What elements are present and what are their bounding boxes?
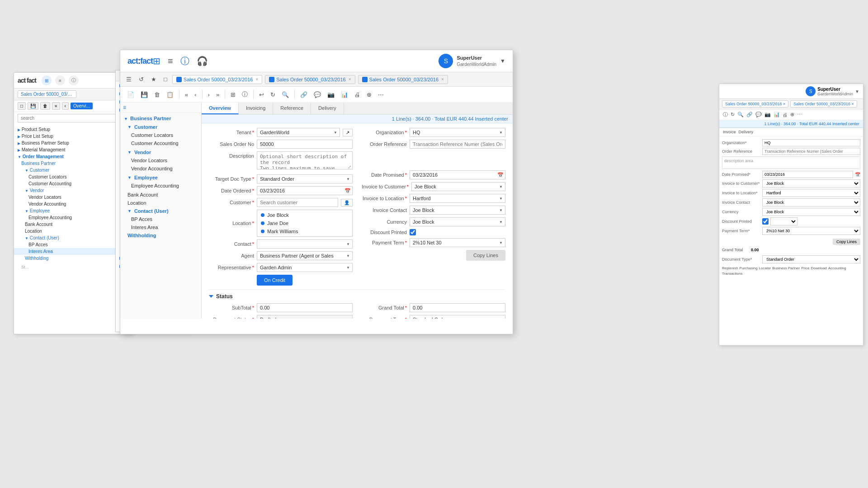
representative-select[interactable]: Garden Admin: [257, 263, 353, 272]
payment-term-select[interactable]: 2%10 Net 30: [410, 238, 505, 247]
invoice-contact-select[interactable]: Joe Block: [410, 206, 505, 215]
sidebar-customer-accounting[interactable]: Customer Accounting: [120, 139, 201, 147]
tab-bar-layout[interactable]: □: [161, 75, 170, 84]
main-tab-1[interactable]: Sales Order 50000_03/23/2016 ×: [172, 75, 262, 84]
tab-3-close[interactable]: ×: [441, 77, 444, 82]
subtab-reference[interactable]: Reference: [273, 103, 311, 114]
sidebar-location[interactable]: Location: [120, 199, 201, 207]
grand-total-input[interactable]: [410, 303, 505, 312]
bg-tb-new[interactable]: □: [18, 102, 26, 110]
rbw-tab-so-1[interactable]: Sales Order 50000_03/23/2016 ×: [722, 100, 788, 108]
bg-menu-icon[interactable]: ≡: [55, 75, 65, 85]
tab-1-close[interactable]: ×: [255, 77, 258, 82]
rbw-bt-bp[interactable]: Business Partner: [772, 266, 800, 270]
tenant-btn[interactable]: ↗: [343, 129, 353, 136]
customer-search-btn[interactable]: 👤: [341, 199, 353, 206]
bg-overview-btn[interactable]: Overvi...: [71, 103, 93, 109]
rbw-dropdown-arrow[interactable]: ▼: [855, 89, 859, 94]
sidebar-interes-area[interactable]: Interes Area: [120, 223, 201, 231]
rbw-payment-select[interactable]: 2%10 Net 30: [762, 227, 860, 235]
sidebar-vendor-accounting[interactable]: Vendor Accounting: [120, 164, 201, 173]
status-expand-icon[interactable]: [209, 295, 213, 298]
rbw-org-input[interactable]: [762, 139, 860, 146]
tb-camera[interactable]: 📷: [325, 90, 337, 99]
rbw-copy-lines-btn[interactable]: Copy Lines: [833, 239, 860, 245]
tb-next[interactable]: ›: [206, 90, 212, 99]
loc-mark-williams[interactable]: Mark Williams: [257, 227, 352, 235]
rbw-tb-chart[interactable]: 📊: [774, 112, 780, 117]
date-ordered-cal[interactable]: 📅: [344, 188, 351, 194]
rbw-bt-purchasing[interactable]: Purchasing: [740, 266, 758, 270]
rbw-currency-select[interactable]: Joe Block: [762, 208, 860, 216]
bg-tb-nav1[interactable]: «: [52, 102, 60, 110]
rbw-tb-link[interactable]: 🔗: [746, 112, 753, 117]
rbw-delivery-tab[interactable]: Delivery: [739, 130, 754, 134]
subtab-invoicing[interactable]: Invoicing: [239, 103, 273, 114]
sidebar-bp-acces[interactable]: BP Acces: [120, 215, 201, 223]
main-tab-3[interactable]: Sales Order 50000_03/23/2016 ×: [358, 75, 448, 84]
sidebar-employee-accounting[interactable]: Employee Accounting: [120, 182, 201, 190]
tb-search[interactable]: 🔍: [279, 90, 291, 99]
bg-tab-1[interactable]: Sales Order 50000_03/23/2016: [18, 90, 76, 98]
sidebar-contact-user[interactable]: ▼ Contact (User): [120, 207, 201, 215]
rbw-tb-search[interactable]: 🔍: [737, 112, 744, 117]
rbw-discount-select[interactable]: [770, 217, 797, 225]
invoice-loc-select[interactable]: Hartford: [410, 194, 505, 203]
rbw-invoice-loc-select[interactable]: Hartford: [762, 189, 860, 197]
rbw-discount-checkbox[interactable]: [762, 218, 769, 225]
rbw-bt-price[interactable]: Price: [801, 266, 809, 270]
tb-more[interactable]: ⋯: [376, 90, 386, 99]
bg-info-icon[interactable]: ⓘ: [69, 75, 79, 85]
rbw-tb-zoom[interactable]: ⊕: [790, 112, 794, 117]
tb-save[interactable]: 💾: [138, 90, 150, 99]
rbw-bt-locator[interactable]: Locator: [759, 266, 771, 270]
bg-tb-nav2[interactable]: ‹: [62, 102, 69, 110]
tb-undo[interactable]: ↩: [257, 90, 266, 99]
rbw-tb-print[interactable]: 🖨: [783, 112, 788, 117]
rbw-invoice-contact-select[interactable]: Joe Block: [762, 198, 860, 206]
rbw-cal-icon[interactable]: 📅: [855, 172, 860, 177]
tb-last[interactable]: »: [214, 90, 222, 99]
tab-bar-back[interactable]: ↺: [137, 75, 146, 84]
sidebar-employee[interactable]: ▼ Employee: [120, 174, 201, 182]
tab-bar-nav[interactable]: ☰: [124, 75, 134, 84]
agent-select[interactable]: Business Partner (Agent or Sales: [257, 251, 353, 260]
sidebar-toggle[interactable]: ≡: [120, 103, 201, 113]
bg-puzzle-icon[interactable]: ⊞: [42, 75, 52, 85]
date-promised-input[interactable]: [410, 170, 505, 179]
sales-order-no-input[interactable]: [257, 140, 353, 149]
subtab-overview[interactable]: Overview: [202, 103, 239, 114]
tenant-select[interactable]: GardenWorld: [257, 128, 340, 137]
tb-delete[interactable]: 🗑: [152, 90, 162, 99]
rbw-bt-transactions[interactable]: Transactions: [722, 272, 743, 276]
rbw-doctype-select[interactable]: Standard Order: [762, 255, 860, 263]
order-ref-input[interactable]: [410, 140, 505, 149]
subtab-delivery[interactable]: Delivery: [311, 103, 344, 114]
loc-joe-block[interactable]: Joe Block: [257, 211, 352, 219]
tb-info[interactable]: ⓘ: [240, 89, 250, 100]
tb-link[interactable]: 🔗: [298, 90, 310, 99]
main-tab-2[interactable]: Sales Order 50000_03/23/2016 ×: [265, 75, 355, 84]
rbw-tb-camera[interactable]: 📷: [764, 112, 771, 117]
sidebar-header-bp[interactable]: ▼ Business Partner: [120, 114, 201, 123]
copy-lines-btn[interactable]: Copy Lines: [466, 250, 505, 261]
date-promised-cal[interactable]: 📅: [497, 172, 504, 178]
tb-redo[interactable]: ↻: [268, 90, 278, 99]
subtotal-input[interactable]: [257, 303, 353, 312]
loc-jane-doe[interactable]: Jane Doe: [257, 219, 352, 227]
tab-2-close[interactable]: ×: [349, 77, 351, 82]
bg-search-input[interactable]: [18, 114, 129, 122]
target-doc-select[interactable]: Standard Order: [257, 174, 353, 183]
desc-textarea[interactable]: [257, 151, 353, 169]
header-headphone-icon[interactable]: 🎧: [197, 56, 208, 66]
sidebar-vendor[interactable]: ▼ Vendor: [120, 148, 201, 156]
rbw-invoice-cust-select[interactable]: Joe Block: [762, 179, 860, 188]
sidebar-withholding[interactable]: Withholding: [120, 231, 201, 239]
rbw-tb-more[interactable]: ⋯: [797, 112, 802, 117]
org-select[interactable]: HQ: [410, 128, 505, 137]
rbw-tb-info[interactable]: ⓘ: [723, 111, 728, 118]
discount-checkbox[interactable]: [410, 229, 416, 235]
rbw-tab-so-2[interactable]: Sales Order 50000_03/23/2016 ×: [790, 100, 857, 108]
currency-select[interactable]: Joe Block: [410, 217, 505, 226]
header-puzzle-icon[interactable]: ⊞: [153, 56, 160, 66]
